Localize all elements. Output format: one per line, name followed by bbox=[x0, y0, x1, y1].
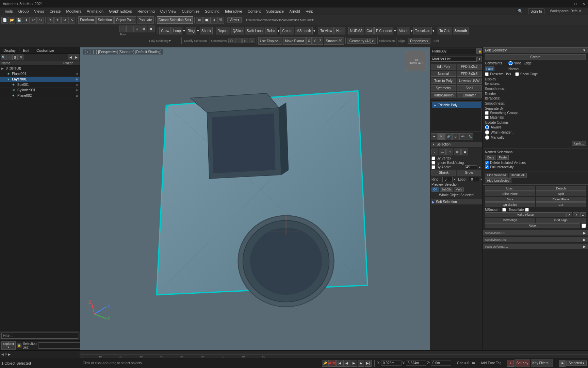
viewport-plus[interactable]: [ + ] bbox=[85, 50, 91, 54]
tessellate-btn[interactable]: Tessellate bbox=[413, 27, 432, 34]
maximize-btn[interactable]: □ bbox=[574, 2, 577, 6]
ignore-backfacing-cb[interactable] bbox=[431, 161, 435, 165]
next-frame-btn[interactable]: ▶ bbox=[358, 360, 364, 367]
poly-mode-vertex[interactable]: • bbox=[119, 26, 126, 32]
redo-btn[interactable]: ↪ bbox=[37, 17, 44, 24]
ffd-2x2x2-btn[interactable]: FFD 2x2x2 bbox=[457, 64, 482, 70]
menu-scripting[interactable]: Scripting bbox=[202, 9, 222, 14]
smoothing-groups-cb[interactable] bbox=[485, 111, 489, 115]
grow-btn[interactable]: Grow bbox=[159, 27, 171, 34]
by-angle-cb[interactable] bbox=[431, 165, 435, 169]
scene-collapse-btn[interactable]: ◀ bbox=[68, 55, 73, 60]
scene-item-default[interactable]: ▶ 0 (default) bbox=[0, 66, 80, 71]
scene-add-btn[interactable]: + bbox=[6, 55, 12, 60]
sel-elem-btn[interactable]: ◼ bbox=[461, 149, 468, 155]
selection-btn[interactable]: Selection bbox=[96, 16, 114, 24]
view-dropdown[interactable]: View ▾ bbox=[227, 17, 242, 22]
auto-key-btn[interactable]: AUTO bbox=[329, 360, 336, 367]
subdiv-disp-header[interactable]: Subdivision Dis... ▶ bbox=[483, 237, 588, 242]
repeat-btn[interactable]: Repeat bbox=[216, 27, 230, 34]
menu-graph-editors[interactable]: Graph Editors bbox=[106, 9, 135, 14]
relax-cb[interactable] bbox=[582, 224, 586, 228]
rotate-btn[interactable]: ↺ bbox=[61, 17, 68, 24]
repeat-last-btn[interactable]: Create bbox=[485, 54, 586, 60]
key-filters-btn[interactable]: Key Filters... bbox=[531, 359, 553, 367]
relax-panel-btn[interactable]: Relax bbox=[485, 223, 580, 228]
sign-in-btn[interactable]: Sign In bbox=[528, 9, 544, 14]
ffd-3x3x3-btn[interactable]: FFD 3x3x3 bbox=[457, 71, 482, 77]
panel-mode-utility[interactable]: 🔧 bbox=[467, 133, 473, 140]
detach-panel-btn[interactable]: Detach bbox=[536, 186, 586, 191]
go-start-btn[interactable]: |◀ bbox=[336, 360, 343, 367]
update-always-radio[interactable] bbox=[485, 125, 489, 129]
search-filter-input[interactable] bbox=[1, 333, 78, 339]
view-align-btn[interactable]: View Align bbox=[485, 218, 535, 223]
align-z-btn[interactable]: Z bbox=[318, 37, 323, 45]
object-paint-btn[interactable]: Object Paint bbox=[114, 16, 136, 24]
ring-btn[interactable]: Ring bbox=[186, 27, 196, 34]
cut-btn[interactable]: Cut bbox=[365, 27, 374, 34]
scene-expand-btn[interactable]: ▶ bbox=[74, 55, 79, 60]
msmooth-btn[interactable]: MSmooth bbox=[295, 27, 313, 34]
scene-item-plane002[interactable]: 👁 Plane002 ⊕ bbox=[0, 93, 80, 98]
move-btn[interactable]: ✛ bbox=[54, 17, 61, 24]
menu-substance[interactable]: Substance bbox=[263, 9, 287, 14]
key-mode-btn[interactable]: 🔑 bbox=[322, 360, 329, 367]
grid-align-btn[interactable]: Grid Align bbox=[536, 218, 586, 223]
named-sel-copy-btn[interactable]: Copy bbox=[485, 155, 496, 160]
named-sel-paste-btn[interactable]: Paste bbox=[497, 155, 509, 160]
timeline-collapse-btn[interactable]: ◀ bbox=[1, 353, 4, 356]
hide-selected-btn[interactable]: Hide Selected bbox=[485, 173, 508, 178]
add-time-tag-btn[interactable]: Add Time Tag bbox=[481, 361, 502, 365]
panel-mode-create[interactable]: ✦ bbox=[431, 133, 438, 140]
import-btn[interactable]: ⬇ bbox=[23, 17, 30, 24]
msmooth-panel-cb[interactable] bbox=[502, 208, 506, 212]
poly-mode-poly[interactable]: ▦ bbox=[141, 26, 147, 32]
slice-btn[interactable]: Slice bbox=[485, 197, 535, 202]
save-file-btn[interactable]: 💾 bbox=[16, 17, 22, 24]
ring-up[interactable]: ▲ bbox=[453, 178, 456, 181]
make-planar-btn2[interactable]: Make Planar bbox=[283, 37, 306, 45]
viewport-canvas[interactable]: Y X Z bbox=[80, 47, 430, 350]
select-btn[interactable]: 🖱 bbox=[47, 17, 54, 24]
prev-frame-btn[interactable]: ◀ bbox=[343, 360, 350, 367]
grow-sel-btn[interactable]: Grow bbox=[457, 170, 481, 175]
paint-deform-header[interactable]: Paint Deformat... ▶ bbox=[483, 244, 588, 249]
scene-filter-btn[interactable]: 🔍 bbox=[1, 55, 6, 60]
swiftloop-btn[interactable]: Swift Loop bbox=[245, 27, 264, 34]
open-file-btn[interactable]: 📂 bbox=[9, 17, 15, 24]
shrink-btn[interactable]: Shrink bbox=[200, 27, 213, 34]
scene-item-cylinder001[interactable]: 👁 Cylinder001 ⊕ bbox=[0, 88, 80, 93]
go-end-btn[interactable]: ▶| bbox=[365, 360, 372, 367]
hide-unselected-btn[interactable]: Hide Unselected bbox=[485, 178, 511, 183]
subdiv-surf-header[interactable]: Subdivision Su... ▶ bbox=[483, 230, 588, 235]
constraint-none[interactable]: ⬡ bbox=[228, 39, 234, 43]
close-btn[interactable]: ✕ bbox=[582, 2, 585, 6]
to-grid-btn[interactable]: To Grid bbox=[438, 27, 452, 34]
preview-subobj-btn[interactable]: SubObj bbox=[440, 187, 453, 192]
create-selection-btn[interactable]: Create Selection Sel ▾ bbox=[157, 16, 193, 24]
coord-z-input[interactable] bbox=[431, 361, 451, 366]
menu-interactive[interactable]: Interactive bbox=[222, 9, 245, 14]
preview-off-btn[interactable]: Off bbox=[431, 187, 439, 192]
lock-btn[interactable]: 🔒 bbox=[17, 343, 21, 348]
cut-panel-btn[interactable]: Cut bbox=[536, 202, 586, 207]
loop-btn[interactable]: Loop bbox=[172, 27, 182, 34]
turn-to-poly-btn[interactable]: Turn to Poly bbox=[431, 78, 456, 84]
tab-display[interactable]: Display bbox=[0, 47, 19, 53]
sel-edge-btn[interactable]: — bbox=[439, 149, 446, 155]
menu-views[interactable]: Views bbox=[31, 9, 47, 14]
constraint-normal[interactable]: ⊥ bbox=[249, 39, 255, 43]
play-btn[interactable]: ▶ bbox=[350, 360, 357, 367]
menu-content[interactable]: Content bbox=[245, 9, 264, 14]
constraint-none-radio[interactable] bbox=[508, 61, 513, 65]
unwrap-uvw-btn[interactable]: Unwrap UVW bbox=[457, 78, 482, 84]
panel-mode-hier[interactable]: 🔗 bbox=[445, 133, 452, 140]
add-key-btn[interactable]: ▶ bbox=[8, 353, 11, 356]
attach-panel-btn[interactable]: Attach bbox=[485, 186, 535, 191]
angle-input[interactable] bbox=[465, 165, 477, 169]
scene-item-plane001[interactable]: 👁 Plane001 ⊕ bbox=[0, 71, 80, 77]
viewport-perspective[interactable]: [+] [Perspective] [Standard] [Default Sh… bbox=[93, 50, 161, 54]
chamfer-btn[interactable]: Chamfer bbox=[457, 92, 482, 98]
tab-edit[interactable]: Edit bbox=[19, 47, 33, 53]
